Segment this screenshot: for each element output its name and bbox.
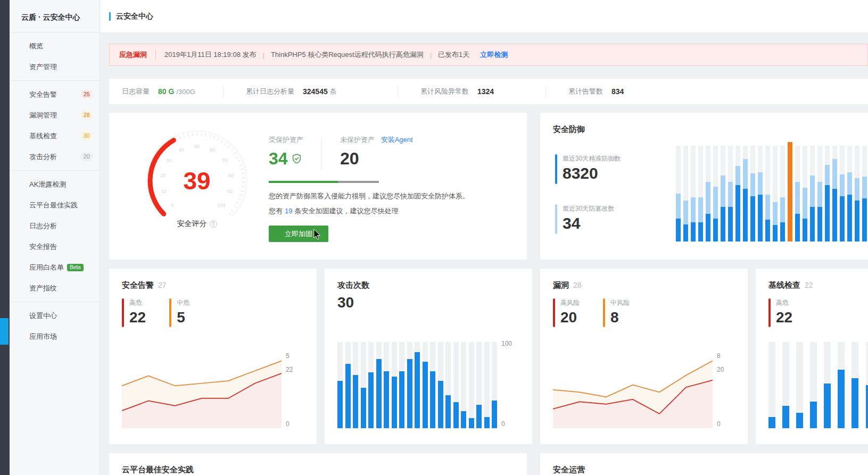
defense-bar-chart xyxy=(676,146,868,241)
security-operations-card: 安全运营 xyxy=(540,453,868,475)
protected-value: 34 xyxy=(269,149,303,169)
bar-track xyxy=(469,342,474,428)
sidebar-item-资产指纹[interactable]: 资产指纹 xyxy=(10,278,100,298)
bar xyxy=(430,371,435,428)
bar xyxy=(345,364,351,429)
legend-高危: 高危22 xyxy=(768,298,792,327)
bar xyxy=(392,377,397,428)
banner-published: 已发布1天 xyxy=(438,50,469,60)
sidebar-group: 设置中心应用市场 xyxy=(10,302,100,350)
legend-bar xyxy=(122,298,124,327)
sidebar-item-安全告警[interactable]: 安全告警25 xyxy=(10,84,100,105)
bar xyxy=(376,359,382,428)
bar-track xyxy=(461,342,466,428)
vulnerability-alert-banner: 应急漏洞 2019年1月11日 18:19:08 发布 | ThinkPHP5 … xyxy=(109,44,868,66)
banner-vuln-name: ThinkPHP5 核心类Request远程代码执行高危漏洞 xyxy=(271,50,424,60)
sidebar-badge: 30 xyxy=(80,131,93,140)
bar xyxy=(838,370,845,428)
legend-bar xyxy=(555,154,557,184)
banner-detect-link[interactable]: 立即检测 xyxy=(480,50,508,60)
vertical-divider xyxy=(321,137,322,170)
rail-active-indicator xyxy=(0,318,9,345)
bar-track xyxy=(368,342,374,428)
bar-track xyxy=(810,342,817,428)
bar xyxy=(469,418,474,428)
bar xyxy=(445,395,451,428)
sidebar-item-漏洞管理[interactable]: 漏洞管理28 xyxy=(10,105,100,126)
protection-progress-fill xyxy=(269,181,338,183)
shield-check-icon xyxy=(292,154,302,164)
alert-card: 安全告警27 高危22中危5 5220 xyxy=(109,269,317,444)
bar xyxy=(423,362,428,428)
best-practice-title: 云平台最佳安全实践 xyxy=(122,465,194,475)
stat-item: 累计告警数834 xyxy=(568,87,626,96)
bar-track xyxy=(824,342,831,428)
banner-tag: 应急漏洞 xyxy=(119,50,147,60)
bar-track xyxy=(384,342,389,428)
bar-track xyxy=(484,342,490,428)
protection-progress-bar xyxy=(269,181,379,183)
sidebar-item-设置中心[interactable]: 设置中心 xyxy=(10,305,100,326)
bar-track xyxy=(392,342,397,428)
bar xyxy=(461,411,466,428)
attack-bar-chart: 1000 xyxy=(337,342,520,428)
sidebar-badge: 25 xyxy=(80,90,93,99)
axis-label: 0 xyxy=(501,420,505,428)
bar xyxy=(337,381,343,428)
legend-bar xyxy=(169,298,171,327)
bar-track xyxy=(795,146,800,241)
bar xyxy=(484,417,490,428)
svg-text:100: 100 xyxy=(217,203,225,208)
sidebar-item-AK泄露检测[interactable]: AK泄露检测 xyxy=(10,174,100,195)
axis-label: 0 xyxy=(286,420,290,428)
bar-track xyxy=(683,146,688,241)
bar-track xyxy=(399,342,404,428)
stats-bar: 日志容量80 G/300G累计日志分析量324545条累计风险异常数1324累计… xyxy=(109,79,868,104)
defense-stat: 最近30天精准防御数8320 xyxy=(555,154,621,184)
vuln-card-title: 漏洞 xyxy=(553,280,569,289)
bar-track xyxy=(862,146,867,241)
install-agent-link[interactable]: 安装Agent xyxy=(381,136,413,144)
help-icon[interactable]: ? xyxy=(210,220,217,228)
bar-track xyxy=(361,342,366,428)
bar xyxy=(782,406,789,428)
bar xyxy=(866,385,868,428)
main-area: 云安全中心 应急漏洞 2019年1月11日 18:19:08 发布 | Thin… xyxy=(100,0,868,475)
sidebar-item-云平台最佳实践[interactable]: 云平台最佳实践 xyxy=(10,195,100,215)
bar-track xyxy=(782,342,789,428)
attack-count-value: 30 xyxy=(337,294,354,311)
sidebar-item-资产管理[interactable]: 资产管理 xyxy=(10,56,100,77)
sidebar-item-概览[interactable]: 概览 xyxy=(10,36,100,56)
sidebar-item-应用白名单[interactable]: 应用白名单Beta xyxy=(10,257,100,278)
stats-divider xyxy=(223,86,224,97)
legend-bar xyxy=(555,204,557,234)
defense-stat: 最近30天防篡改数34 xyxy=(555,204,614,234)
sidebar-item-应用市场[interactable]: 应用市场 xyxy=(10,326,100,347)
legend-中危: 中危5 xyxy=(169,298,189,327)
vuln-card-count: 28 xyxy=(573,281,582,289)
sidebar-item-日志分析[interactable]: 日志分析 xyxy=(10,215,100,236)
sidebar-item-攻击分析[interactable]: 攻击分析20 xyxy=(10,146,100,167)
reinforce-now-button[interactable]: 立即加固 xyxy=(269,226,328,242)
banner-time: 2019年1月11日 18:19:08 发布 xyxy=(164,50,256,60)
left-rail xyxy=(0,0,10,475)
bar xyxy=(824,384,831,428)
advice-count-link[interactable]: 19 xyxy=(285,207,292,215)
advice-text-2: 您有19条安全加固建议，建议您尽快处理 xyxy=(269,206,398,216)
bar xyxy=(368,372,374,428)
svg-text:90: 90 xyxy=(227,189,233,194)
sidebar-item-基线检查[interactable]: 基线检查30 xyxy=(10,126,100,146)
bar-track xyxy=(453,342,459,428)
svg-text:80: 80 xyxy=(228,173,234,178)
axis-label: 20 xyxy=(717,366,724,373)
bar xyxy=(415,352,420,428)
bar-track xyxy=(706,146,710,241)
bar-track xyxy=(768,342,775,428)
sidebar-item-安全报告[interactable]: 安全报告 xyxy=(10,236,100,257)
bar-track xyxy=(691,146,696,241)
bar-track xyxy=(817,146,822,241)
alert-trend-chart: 5220 xyxy=(122,342,305,428)
advice-text: 您的资产防御黑客入侵能力很弱，建议您尽快加固安全防护体系。 xyxy=(269,191,469,201)
svg-text:40: 40 xyxy=(178,147,184,153)
stat-item: 累计日志分析量324545条 xyxy=(246,87,398,96)
